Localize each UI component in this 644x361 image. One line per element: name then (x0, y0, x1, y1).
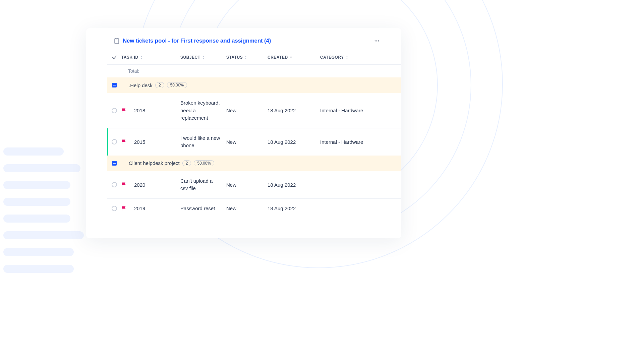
radio-icon (112, 139, 117, 144)
cell-subject: I would like a new phone (180, 134, 226, 149)
column-label: TASK ID (121, 55, 138, 60)
group-count-badge: 2 (182, 160, 191, 166)
cell-created: 18 Aug 2022 (268, 108, 320, 113)
flag-icon (121, 108, 126, 113)
radio-icon (112, 182, 117, 187)
row-flag[interactable] (121, 108, 129, 113)
cell-status: New (226, 205, 268, 211)
group-percent-badge: 50.00% (194, 160, 214, 166)
column-select-all[interactable] (107, 55, 121, 60)
svg-point-2 (374, 40, 375, 41)
title-wrap: New tickets pool - for First response an… (114, 38, 271, 44)
cell-status: New (226, 139, 268, 145)
check-icon (112, 55, 117, 60)
sort-icon (245, 56, 247, 59)
group-percent-badge: 50.00% (167, 82, 187, 88)
column-label: CATEGORY (320, 55, 344, 60)
group-name-label: .Help desk (129, 82, 153, 88)
collapse-icon (112, 83, 117, 87)
column-label: STATUS (226, 55, 243, 60)
sort-icon (140, 56, 142, 59)
table-row[interactable]: 2015 I would like a new phone New 18 Aug… (107, 128, 401, 156)
cell-task-id: 2015 (129, 139, 180, 145)
column-label: CREATED (268, 55, 288, 60)
row-select[interactable] (107, 139, 121, 144)
clipboard-icon (114, 38, 119, 44)
tickets-card: New tickets pool - for First response an… (86, 28, 401, 238)
column-status[interactable]: STATUS (226, 55, 268, 60)
sidebar-skeleton (3, 147, 84, 282)
card-header: New tickets pool - for First response an… (107, 28, 401, 50)
row-flag[interactable] (121, 182, 129, 187)
cell-created: 18 Aug 2022 (268, 205, 320, 211)
group-row: Client helpdesk project 2 50.00% (107, 156, 401, 171)
more-menu-icon[interactable] (374, 38, 380, 44)
svg-point-3 (376, 40, 377, 41)
sort-icon (346, 56, 348, 59)
column-category[interactable]: CATEGORY (320, 55, 370, 60)
sort-icon (290, 57, 292, 58)
sort-icon (202, 56, 204, 59)
table-row[interactable]: 2018 Broken keyboard, need a replacement… (107, 93, 401, 128)
radio-icon (112, 108, 117, 113)
collapse-toggle[interactable] (107, 161, 121, 166)
row-select[interactable] (107, 206, 121, 211)
cell-created: 18 Aug 2022 (268, 182, 320, 188)
flag-icon (121, 139, 126, 144)
cell-status: New (226, 108, 268, 113)
cell-status: New (226, 182, 268, 188)
flag-icon (121, 206, 126, 211)
cell-created: 18 Aug 2022 (268, 139, 320, 145)
cell-task-id: 2018 (129, 108, 180, 113)
table-header: TASK ID SUBJECT STATUS CREATED CATEGORY (107, 50, 401, 64)
flag-icon (121, 182, 126, 187)
row-select[interactable] (107, 182, 121, 187)
total-row: Total: (107, 64, 401, 77)
row-flag[interactable] (121, 139, 129, 144)
column-created[interactable]: CREATED (268, 55, 320, 60)
table-row[interactable]: 2020 Can't upload a csv file New 18 Aug … (107, 171, 401, 198)
group-name: Client helpdesk project 2 50.00% (121, 160, 214, 166)
column-subject[interactable]: SUBJECT (180, 55, 226, 60)
cell-category: Internal - Hardware (320, 108, 380, 113)
column-task-id[interactable]: TASK ID (121, 55, 180, 60)
cell-subject: Password reset (180, 205, 226, 213)
collapse-icon (112, 161, 117, 166)
table-row[interactable]: 2019 Password reset New 18 Aug 2022 (107, 198, 401, 219)
cell-subject: Can't upload a csv file (180, 177, 226, 192)
cell-task-id: 2019 (129, 205, 180, 211)
collapse-toggle[interactable] (107, 83, 121, 87)
group-row: .Help desk 2 50.00% (107, 77, 401, 93)
row-flag[interactable] (121, 206, 129, 211)
card-title[interactable]: New tickets pool - for First response an… (123, 38, 271, 44)
cell-subject: Broken keyboard, need a replacement (180, 99, 226, 122)
cell-task-id: 2020 (129, 182, 180, 188)
cell-category: Internal - Hardware (320, 139, 380, 145)
svg-point-4 (378, 40, 379, 41)
group-name-label: Client helpdesk project (129, 160, 180, 166)
total-label: Total: (107, 68, 139, 74)
group-count-badge: 2 (155, 82, 164, 88)
column-label: SUBJECT (180, 55, 200, 60)
row-select[interactable] (107, 108, 121, 113)
radio-icon (112, 206, 117, 211)
group-name: .Help desk 2 50.00% (121, 82, 187, 88)
